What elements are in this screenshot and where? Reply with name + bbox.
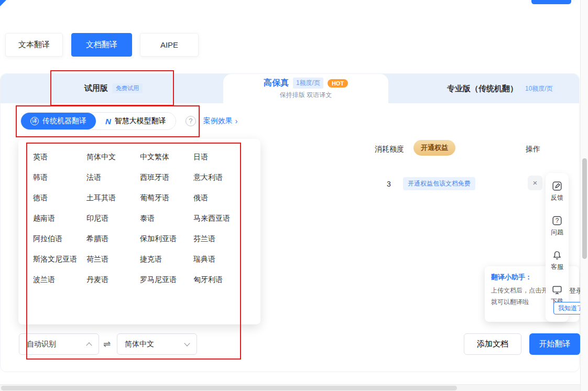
chevron-down-icon [184,340,190,346]
tab-aipe[interactable]: AIPE [140,33,199,57]
language-option[interactable]: 韩语 [33,173,86,193]
plan-tab-professional[interactable]: 专业版（传统机翻） 10额度/页 [447,83,556,94]
engine-traditional-label: 传统机器翻译 [42,116,86,126]
engine-smart-label: 智慧大模型翻译 [115,116,166,126]
language-option[interactable]: 法语 [86,173,140,193]
back-arrow-glyph-partial [0,0,6,6]
side-toolbar: 反馈 ? 问题 客服 [546,173,569,322]
toolbar-item-label: 客服 [551,263,563,271]
high-fidelity-quota-badge: 1额度/页 [293,78,323,89]
language-option[interactable]: 越南语 [33,214,86,234]
toolbar-item-feedback[interactable]: 反馈 [551,180,563,202]
engine-segmented-control: 译 传统机器翻译 N 智慧大模型翻译 [20,112,176,130]
horizontal-scrollbar [0,384,580,391]
edit-icon [551,180,563,192]
language-option[interactable]: 罗马尼亚语 [140,275,193,296]
language-option[interactable]: 印尼语 [86,214,140,234]
start-translation-button[interactable]: 开始翻译 [529,333,580,355]
tab-document-translation[interactable]: 文档翻译 [71,33,132,57]
high-fidelity-subtitle: 保持排版 双语译文 [223,91,388,100]
page-root: 文本翻译 文档翻译 AIPE 试用版 免费试用 高保真 1额度/页 HOT 保持… [0,0,588,391]
header-actions-label: 操作 [526,145,540,154]
language-option[interactable]: 波兰语 [33,275,86,296]
trial-title: 试用版 [84,83,108,93]
bell-icon [551,249,563,261]
engine-toggle-traditional[interactable]: 译 传统机器翻译 [21,113,96,129]
language-option[interactable]: 荷兰语 [86,255,140,275]
plan-tab-high-fidelity[interactable]: 高保真 1额度/页 HOT 保持排版 双语译文 [223,74,388,103]
engine-toggle-smart[interactable]: N 智慧大模型翻译 [96,113,176,129]
language-option[interactable]: 中文繁体 [140,153,193,173]
language-option[interactable]: 德语 [33,193,86,214]
open-benefit-button[interactable]: 开通权益 [413,140,455,156]
language-grid: 自动识别 英语 简体中文 中文繁体 日语 韩语 法语 西班牙语 意大利语 德语 … [33,153,260,296]
toolbar-item-question[interactable]: ? 问题 [551,215,563,237]
source-language-select[interactable]: 自动识别 [19,333,99,355]
engine-toggle-row: 译 传统机器翻译 N 智慧大模型翻译 ? 案例效果 › [20,112,238,130]
target-language-value: 简体中文 [125,340,154,349]
professional-quota-badge: 10额度/页 [522,83,556,94]
language-option[interactable]: 西班牙语 [140,173,193,193]
swap-languages-icon[interactable]: ⇌ [103,339,111,350]
language-option[interactable]: 马来西亚语 [193,214,247,234]
vertical-scrollbar [580,0,588,391]
language-option[interactable]: 希腊语 [86,234,140,255]
language-option[interactable]: 捷克语 [140,255,193,275]
language-option[interactable]: 日语 [193,153,247,173]
source-language-value: 自动识别 [27,340,56,349]
question-icon: ? [551,215,563,226]
case-effect-link[interactable]: 案例效果 › [203,116,238,126]
language-option[interactable]: 俄语 [193,193,247,214]
chevron-right-icon: › [235,117,238,125]
free-trial-badge: 免费试用 [112,83,143,93]
svg-text:?: ? [556,217,559,224]
close-button[interactable]: × [528,176,542,190]
toolbar-item-label: 反馈 [551,193,563,202]
language-option[interactable]: 葡萄牙语 [140,193,193,214]
ai-model-icon: N [105,117,111,126]
top-right-button-partial[interactable] [531,0,571,4]
language-option[interactable]: 丹麦语 [86,275,140,296]
add-document-button[interactable]: 添加文档 [464,333,521,355]
header-credits-label: 消耗额度 [375,145,404,154]
benefit-note-badge: 开通权益包该文档免费 [403,177,475,190]
language-option[interactable]: 英语 [33,153,86,173]
hot-badge: HOT [328,79,348,88]
language-option[interactable]: 阿拉伯语 [33,234,86,255]
language-dropdown-panel: 自动识别 英语 简体中文 中文繁体 日语 韩语 法语 西班牙语 意大利语 德语 … [18,139,260,324]
translate-icon: 译 [30,117,39,125]
monitor-icon [551,284,563,296]
language-option[interactable]: 简体中文 [86,153,140,173]
tab-text-translation[interactable]: 文本翻译 [5,33,63,57]
chevron-up-icon [86,342,92,348]
language-option[interactable]: 匈牙利语 [193,275,247,296]
horizontal-scrollbar-thumb[interactable] [1,386,457,390]
high-fidelity-title: 高保真 [264,78,289,89]
language-option[interactable]: 保加利亚语 [140,234,193,255]
toolbar-item-service[interactable]: 客服 [551,249,563,271]
professional-title: 专业版（传统机翻） [447,84,518,94]
credits-value: 3 [387,180,391,188]
vertical-scrollbar-thumb[interactable] [582,158,587,259]
language-option[interactable]: 斯洛文尼亚语 [33,255,86,275]
target-language-select[interactable]: 简体中文 [117,333,197,355]
language-option[interactable]: 瑞典语 [193,255,247,275]
help-icon[interactable]: ? [186,116,196,126]
case-effect-label: 案例效果 [203,116,233,126]
language-option[interactable]: 意大利语 [193,173,247,193]
language-option[interactable]: 土耳其语 [86,193,140,214]
language-option[interactable]: 泰语 [140,214,193,234]
language-option[interactable]: 芬兰语 [193,234,247,255]
plan-tab-trial[interactable]: 试用版 免费试用 [84,83,143,93]
toolbar-item-label: 问题 [551,228,563,237]
